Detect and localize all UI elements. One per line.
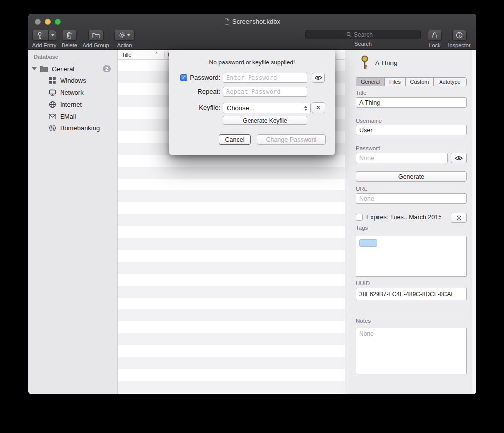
title-field-label: Title bbox=[356, 90, 366, 96]
delete-button[interactable] bbox=[63, 30, 77, 41]
toolbar-group-inspector: Inspector bbox=[444, 30, 474, 48]
tab-autotype[interactable]: Autotype bbox=[434, 78, 466, 86]
sidebar-item-internet[interactable]: Internet bbox=[28, 98, 117, 110]
enter-password-input[interactable] bbox=[223, 73, 307, 83]
add-entry-button[interactable] bbox=[32, 30, 56, 41]
add-group-label: Add Group bbox=[82, 42, 109, 48]
keyfile-label: Keyfile: bbox=[179, 103, 220, 113]
tags-box[interactable] bbox=[356, 236, 467, 277]
percent-coin-icon bbox=[49, 124, 56, 132]
lock-label: Lock bbox=[429, 42, 440, 48]
uuid-field[interactable] bbox=[356, 288, 467, 300]
close-icon: × bbox=[316, 103, 320, 112]
info-icon bbox=[456, 32, 463, 39]
window-chrome: Screenshot.kdbx Add Entry Delete Add Gro… bbox=[28, 14, 476, 50]
change-password-button[interactable]: Change Password bbox=[257, 134, 326, 145]
eye-icon bbox=[455, 156, 463, 161]
gear-icon bbox=[119, 32, 126, 39]
uuid-label: UUID bbox=[356, 280, 370, 286]
group-count-badge: 2 bbox=[103, 65, 111, 72]
toolbar-group-add-entry: Add Entry bbox=[28, 30, 60, 48]
sidebar-item-network[interactable]: Network bbox=[28, 86, 117, 98]
key-icon bbox=[359, 55, 370, 72]
add-group-button[interactable] bbox=[88, 30, 104, 41]
divider bbox=[346, 315, 476, 315]
chevron-down-icon bbox=[127, 34, 130, 36]
url-field[interactable] bbox=[356, 193, 467, 204]
sidebar-item-homebanking[interactable]: Homebanking bbox=[28, 122, 117, 134]
network-icon bbox=[49, 89, 56, 96]
tab-general[interactable]: General bbox=[356, 78, 385, 86]
username-field[interactable] bbox=[356, 125, 467, 135]
tab-custom[interactable]: Custom bbox=[406, 78, 434, 86]
repeat-password-input[interactable] bbox=[223, 87, 307, 97]
expires-settings-button[interactable] bbox=[451, 213, 467, 223]
title-field[interactable] bbox=[356, 97, 467, 108]
column-header-title[interactable]: Title bbox=[122, 52, 131, 58]
sheet-warning-message: No password or keyfile supplied! bbox=[169, 59, 335, 66]
username-field-label: Username bbox=[356, 118, 382, 124]
expires-label: Expires: Tues...March 2015 bbox=[366, 214, 441, 221]
sidebar-item-label: Homebanking bbox=[60, 124, 100, 132]
password-label: Password: bbox=[179, 73, 220, 83]
key-plus-icon bbox=[37, 32, 44, 39]
sort-ascending-icon: ^ bbox=[155, 52, 158, 57]
expires-checkbox[interactable] bbox=[356, 214, 363, 221]
generate-password-button[interactable]: Generate bbox=[356, 171, 467, 182]
sidebar-item-email[interactable]: EMail bbox=[28, 110, 117, 122]
url-field-label: URL bbox=[356, 186, 367, 192]
reveal-password-button[interactable] bbox=[451, 153, 467, 163]
search-label: Search bbox=[354, 41, 372, 47]
globe-icon bbox=[49, 101, 56, 108]
inspector-scrollbar[interactable] bbox=[472, 50, 476, 394]
toolbar-group-add-group: Add Group bbox=[81, 30, 111, 48]
column-divider[interactable] bbox=[164, 51, 165, 58]
inspector-tabs: General Files Custom Autotype bbox=[356, 77, 467, 86]
search-input[interactable] bbox=[354, 31, 379, 38]
document-icon bbox=[224, 18, 230, 25]
toolbar-group-lock: Lock bbox=[425, 30, 444, 48]
app-window: Screenshot.kdbx Add Entry Delete Add Gro… bbox=[28, 14, 476, 394]
tab-files[interactable]: Files bbox=[385, 78, 406, 86]
action-label: Action bbox=[117, 42, 132, 48]
inspector-button[interactable] bbox=[452, 30, 467, 41]
toolbar-group-search: Search bbox=[305, 30, 421, 47]
toolbar-group-action: Action bbox=[112, 30, 137, 48]
sidebar-group-general[interactable]: General 2 bbox=[28, 63, 117, 74]
lock-button[interactable] bbox=[428, 30, 442, 41]
search-field[interactable] bbox=[305, 30, 421, 39]
chevron-down-icon bbox=[51, 34, 54, 36]
eye-icon bbox=[315, 75, 322, 80]
add-entry-dropdown[interactable] bbox=[49, 30, 56, 41]
popup-stepper-icon bbox=[303, 104, 309, 112]
windows-icon bbox=[49, 77, 56, 84]
gear-icon bbox=[456, 215, 462, 221]
sidebar: Database General 2 Windows Network bbox=[28, 50, 118, 394]
notes-field[interactable] bbox=[356, 328, 467, 374]
search-icon bbox=[346, 32, 352, 37]
inspector-panel: A Thing General Files Custom Autotype Ti… bbox=[346, 50, 476, 394]
clear-keyfile-button[interactable]: × bbox=[312, 102, 325, 113]
sidebar-item-label: Windows bbox=[60, 77, 86, 84]
window-title: Screenshot.kdbx bbox=[232, 18, 280, 25]
folder-plus-icon bbox=[92, 32, 100, 39]
cancel-button[interactable]: Cancel bbox=[219, 134, 251, 145]
add-entry-label: Add Entry bbox=[32, 42, 56, 48]
notes-label: Notes bbox=[356, 318, 371, 324]
password-field[interactable] bbox=[356, 153, 448, 163]
sidebar-item-label: EMail bbox=[60, 113, 76, 120]
delete-label: Delete bbox=[62, 42, 77, 48]
reveal-password-button[interactable] bbox=[312, 73, 325, 83]
sidebar-item-windows[interactable]: Windows bbox=[28, 74, 117, 86]
lock-icon bbox=[432, 32, 438, 39]
titlebar[interactable]: Screenshot.kdbx bbox=[28, 14, 476, 29]
keyfile-popup-value: Choose... bbox=[227, 104, 254, 112]
disclosure-triangle-icon[interactable] bbox=[32, 67, 37, 70]
action-button[interactable] bbox=[114, 30, 135, 41]
keyfile-popup[interactable]: Choose... bbox=[223, 103, 311, 113]
generate-keyfile-button[interactable]: Generate Keyfile bbox=[223, 116, 307, 125]
sidebar-item-label: Internet bbox=[60, 101, 82, 108]
trash-icon bbox=[66, 32, 72, 39]
tag-pill[interactable] bbox=[359, 239, 377, 247]
sidebar-item-label: Network bbox=[60, 89, 84, 96]
